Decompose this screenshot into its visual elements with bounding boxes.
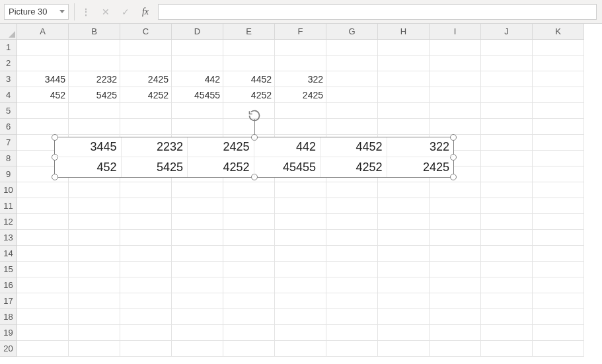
cell-J2[interactable] xyxy=(481,55,533,71)
cell-C1[interactable] xyxy=(120,40,172,55)
cell-A1[interactable] xyxy=(17,40,69,55)
select-all-corner[interactable] xyxy=(0,24,17,40)
cell-A15[interactable] xyxy=(17,262,69,277)
row-header-15[interactable]: 15 xyxy=(0,262,17,277)
cell-G14[interactable] xyxy=(326,246,378,262)
column-header-G[interactable]: G xyxy=(326,24,378,40)
cell-I20[interactable] xyxy=(430,341,481,357)
cell-B17[interactable] xyxy=(69,293,120,309)
cell-H18[interactable] xyxy=(378,309,430,325)
cell-B3[interactable]: 2232 xyxy=(69,71,120,87)
cell-D10[interactable] xyxy=(172,182,223,198)
cell-G17[interactable] xyxy=(326,293,378,309)
cell-D4[interactable]: 45455 xyxy=(172,87,223,103)
cell-E12[interactable] xyxy=(223,214,275,230)
cell-H20[interactable] xyxy=(378,341,430,357)
cell-E18[interactable] xyxy=(223,309,275,325)
cell-K13[interactable] xyxy=(533,230,584,246)
cell-K11[interactable] xyxy=(533,198,584,214)
cell-E17[interactable] xyxy=(223,293,275,309)
cell-J15[interactable] xyxy=(481,262,533,277)
cell-D3[interactable]: 442 xyxy=(172,71,223,87)
cell-D6[interactable] xyxy=(172,119,223,135)
cell-I14[interactable] xyxy=(430,246,481,262)
cell-B4[interactable]: 5425 xyxy=(69,87,120,103)
cell-E3[interactable]: 4452 xyxy=(223,71,275,87)
cell-K19[interactable] xyxy=(533,325,584,341)
cell-G13[interactable] xyxy=(326,230,378,246)
cell-D20[interactable] xyxy=(172,341,223,357)
cell-G3[interactable] xyxy=(326,71,378,87)
cell-E1[interactable] xyxy=(223,40,275,55)
dropdown-icon[interactable] xyxy=(59,9,65,15)
cell-G11[interactable] xyxy=(326,198,378,214)
cell-D19[interactable] xyxy=(172,325,223,341)
cell-B16[interactable] xyxy=(69,277,120,293)
cell-C15[interactable] xyxy=(120,262,172,277)
cell-A11[interactable] xyxy=(17,198,69,214)
cell-F15[interactable] xyxy=(275,262,326,277)
cell-H12[interactable] xyxy=(378,214,430,230)
cell-J8[interactable] xyxy=(481,151,533,166)
cell-D11[interactable] xyxy=(172,198,223,214)
row-header-6[interactable]: 6 xyxy=(0,119,17,135)
cell-H15[interactable] xyxy=(378,262,430,277)
cell-E19[interactable] xyxy=(223,325,275,341)
cell-K16[interactable] xyxy=(533,277,584,293)
cell-K2[interactable] xyxy=(533,55,584,71)
cell-G2[interactable] xyxy=(326,55,378,71)
cell-G19[interactable] xyxy=(326,325,378,341)
cell-B5[interactable] xyxy=(69,103,120,119)
cell-B12[interactable] xyxy=(69,214,120,230)
cell-F10[interactable] xyxy=(275,182,326,198)
cell-D15[interactable] xyxy=(172,262,223,277)
cell-K12[interactable] xyxy=(533,214,584,230)
cell-F5[interactable] xyxy=(275,103,326,119)
formula-input[interactable] xyxy=(158,4,597,20)
cell-D12[interactable] xyxy=(172,214,223,230)
cell-G15[interactable] xyxy=(326,262,378,277)
cell-I18[interactable] xyxy=(430,309,481,325)
cell-I15[interactable] xyxy=(430,262,481,277)
cell-I4[interactable] xyxy=(430,87,481,103)
cell-D2[interactable] xyxy=(172,55,223,71)
cell-E14[interactable] xyxy=(223,246,275,262)
cell-H17[interactable] xyxy=(378,293,430,309)
cell-C13[interactable] xyxy=(120,230,172,246)
cell-I1[interactable] xyxy=(430,40,481,55)
cell-K17[interactable] xyxy=(533,293,584,309)
cell-H11[interactable] xyxy=(378,198,430,214)
cell-F1[interactable] xyxy=(275,40,326,55)
cell-J9[interactable] xyxy=(481,166,533,182)
cell-F3[interactable]: 322 xyxy=(275,71,326,87)
row-header-12[interactable]: 12 xyxy=(0,214,17,230)
cell-A19[interactable] xyxy=(17,325,69,341)
cell-H16[interactable] xyxy=(378,277,430,293)
cell-B14[interactable] xyxy=(69,246,120,262)
row-header-13[interactable]: 13 xyxy=(0,230,17,246)
row-header-18[interactable]: 18 xyxy=(0,309,17,325)
cell-K18[interactable] xyxy=(533,309,584,325)
cell-D14[interactable] xyxy=(172,246,223,262)
cell-A10[interactable] xyxy=(17,182,69,198)
cell-K14[interactable] xyxy=(533,246,584,262)
cell-J10[interactable] xyxy=(481,182,533,198)
cell-E2[interactable] xyxy=(223,55,275,71)
cell-I13[interactable] xyxy=(430,230,481,246)
cell-D13[interactable] xyxy=(172,230,223,246)
column-header-E[interactable]: E xyxy=(223,24,275,40)
cell-C5[interactable] xyxy=(120,103,172,119)
cell-G18[interactable] xyxy=(326,309,378,325)
cell-J17[interactable] xyxy=(481,293,533,309)
cell-H2[interactable] xyxy=(378,55,430,71)
cell-J13[interactable] xyxy=(481,230,533,246)
cell-G12[interactable] xyxy=(326,214,378,230)
cell-A3[interactable]: 3445 xyxy=(17,71,69,87)
row-header-14[interactable]: 14 xyxy=(0,246,17,262)
cell-H19[interactable] xyxy=(378,325,430,341)
cell-K3[interactable] xyxy=(533,71,584,87)
cell-A16[interactable] xyxy=(17,277,69,293)
cell-A17[interactable] xyxy=(17,293,69,309)
cell-F16[interactable] xyxy=(275,277,326,293)
cell-G16[interactable] xyxy=(326,277,378,293)
